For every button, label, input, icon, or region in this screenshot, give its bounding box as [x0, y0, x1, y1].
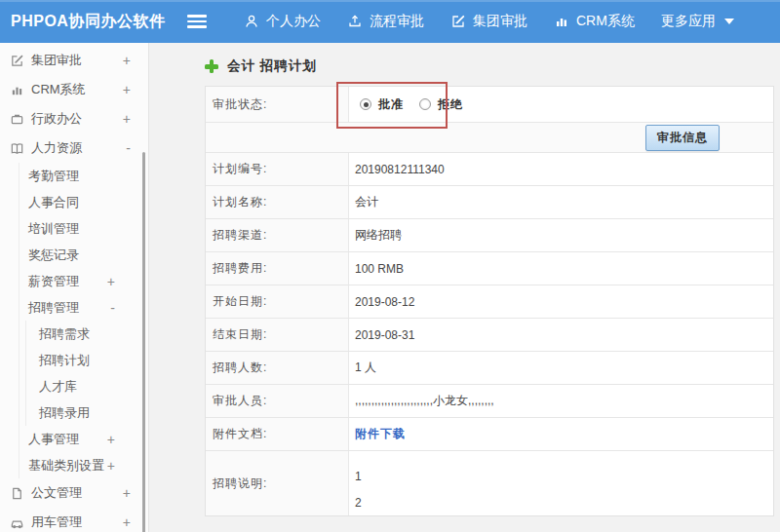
attachment-download-link[interactable]: 附件下载: [355, 426, 406, 442]
sidebar-item-recruit-plan[interactable]: 招聘计划: [26, 347, 148, 373]
field-value: 会计: [349, 186, 773, 218]
sidebar-item-label: 集团审批: [31, 52, 82, 69]
car-icon: [10, 515, 24, 530]
sidebar-item-training[interactable]: 培训管理: [20, 215, 148, 242]
sidebar-item-base-category[interactable]: 基础类别设置 +: [20, 452, 148, 478]
nav-more-apps[interactable]: 更多应用: [661, 13, 734, 30]
nav-group-approval[interactable]: 集团审批: [450, 13, 527, 30]
sidebar-item-attendance[interactable]: 考勤管理: [20, 163, 148, 189]
field-value: ,,,,,,,,,,,,,,,,,,,,,,,,小龙女,,,,,,,,: [349, 385, 773, 417]
radio-approve[interactable]: 批准: [360, 96, 404, 113]
plus-icon: [205, 59, 218, 73]
end-date-row: 结束日期: 2019-08-31: [206, 319, 773, 352]
process-upload-icon: [347, 14, 363, 29]
expander-plus-icon[interactable]: +: [123, 82, 131, 97]
sidebar-item-document-mgmt[interactable]: 公文管理 +: [0, 478, 148, 508]
document-icon: [10, 486, 24, 501]
bar-chart-icon: [554, 14, 569, 29]
edit-square-icon: [450, 14, 466, 29]
page-header: 会计 招聘计划: [205, 54, 774, 79]
sidebar-item-label: 奖惩记录: [28, 247, 79, 264]
sidebar-item-admin-office[interactable]: 行政办公 +: [0, 104, 148, 133]
expander-plus-icon[interactable]: +: [107, 432, 115, 447]
sidebar-item-salary[interactable]: 薪资管理 +: [20, 268, 148, 294]
description-line: 2: [355, 496, 362, 510]
recruitment-submenu: 招聘需求 招聘计划 人才库 招聘录用: [25, 321, 148, 426]
expander-plus-icon[interactable]: +: [123, 514, 131, 530]
sidebar-item-label: 人事合同: [28, 194, 79, 211]
start-date-row: 开始日期: 2019-08-12: [206, 285, 773, 319]
sidebar-item-label: 人力资源: [31, 139, 82, 157]
recruit-channel-row: 招聘渠道: 网络招聘: [206, 219, 773, 252]
expander-plus-icon[interactable]: +: [107, 458, 115, 474]
sidebar-item-label: 招聘管理: [28, 299, 79, 317]
expander-plus-icon[interactable]: +: [107, 274, 115, 289]
sidebar-item-label: 招聘需求: [39, 325, 90, 343]
sidebar-item-personnel[interactable]: 人事管理 +: [20, 426, 148, 452]
sidebar-item-label: 行政办公: [31, 110, 82, 128]
field-label: 计划编号:: [206, 153, 349, 185]
nav-process-approval[interactable]: 流程审批: [347, 13, 424, 30]
sidebar-item-group-approval[interactable]: 集团审批 +: [0, 46, 148, 75]
sidebar-item-rewards[interactable]: 奖惩记录: [20, 242, 148, 268]
sidebar-item-label: 考勤管理: [28, 168, 79, 185]
sidebar-item-label: 用车管理: [31, 513, 82, 531]
person-icon: [244, 14, 259, 29]
field-value: 100 RMB: [349, 252, 773, 285]
field-value: 1 人: [349, 352, 773, 384]
sidebar-item-crm[interactable]: CRM系统 +: [0, 75, 148, 104]
expander-minus-icon[interactable]: -: [110, 300, 115, 316]
radio-reject[interactable]: 拒绝: [419, 96, 463, 113]
field-label: 招聘人数:: [206, 352, 349, 384]
field-value: 网络招聘: [349, 219, 773, 251]
approvers-row: 审批人员: ,,,,,,,,,,,,,,,,,,,,,,,,小龙女,,,,,,,…: [206, 385, 773, 418]
nav-label: 集团审批: [473, 13, 527, 30]
topbar: PHPOA协同办公软件 个人办公 流程审批 集团审批: [0, 0, 780, 43]
caret-down-icon: [724, 19, 734, 24]
sidebar-item-vehicle-mgmt[interactable]: 用车管理 +: [0, 508, 148, 532]
plan-number-row: 计划编号: 20190812111340: [206, 153, 773, 186]
radio-checked-icon[interactable]: [360, 98, 371, 110]
nav-label: 个人办公: [266, 13, 321, 30]
page-title: 会计 招聘计划: [227, 57, 317, 75]
nav-label: 更多应用: [661, 13, 716, 30]
hamburger-menu-icon[interactable]: [187, 15, 207, 28]
expander-plus-icon[interactable]: +: [123, 111, 131, 127]
briefcase-icon: [10, 112, 24, 127]
field-value: 20190812111340: [349, 153, 773, 185]
approval-status-row: 审批状态: 批准 拒绝: [206, 87, 773, 123]
plan-name-row: 计划名称: 会计: [206, 186, 773, 219]
sidebar-item-hr-contract[interactable]: 人事合同: [20, 189, 148, 215]
sidebar-item-label: 招聘录用: [39, 404, 90, 422]
approval-info-button[interactable]: 审批信息: [645, 125, 720, 151]
nav-crm[interactable]: CRM系统: [554, 13, 635, 30]
field-label: 附件文档:: [206, 418, 349, 450]
sidebar-scrollbar[interactable]: [142, 152, 145, 532]
sidebar-item-recruit-demand[interactable]: 招聘需求: [26, 321, 148, 347]
sidebar-item-label: 薪资管理: [28, 273, 79, 290]
app-logo: PHPOA协同办公软件: [0, 12, 187, 32]
sidebar-item-label: 人才库: [39, 378, 77, 396]
field-label: 计划名称:: [206, 186, 349, 218]
field-label: 招聘渠道:: [206, 219, 349, 251]
radio-unchecked-icon[interactable]: [419, 98, 431, 110]
approval-radio-group: 批准 拒绝: [355, 96, 463, 113]
field-value: 2019-08-31: [349, 319, 773, 351]
expander-minus-icon[interactable]: -: [126, 140, 131, 156]
sidebar-item-label: 基础类别设置: [28, 457, 104, 475]
sidebar-item-label: 招聘计划: [39, 352, 90, 369]
nav-label: 流程审批: [370, 13, 424, 30]
approval-button-row: 审批信息: [206, 123, 773, 153]
nav-personal-office[interactable]: 个人办公: [244, 13, 321, 30]
recruit-cost-row: 招聘费用: 100 RMB: [206, 252, 773, 285]
expander-plus-icon[interactable]: +: [123, 53, 131, 68]
sidebar-item-hr[interactable]: 人力资源 -: [0, 133, 148, 163]
expander-plus-icon[interactable]: +: [123, 485, 131, 501]
sidebar-item-recruitment[interactable]: 招聘管理 -: [20, 294, 148, 321]
field-label: 开始日期:: [206, 285, 349, 318]
nav-label: CRM系统: [576, 13, 635, 30]
sidebar-item-recruit-hire[interactable]: 招聘录用: [26, 399, 148, 426]
sidebar-item-talent-pool[interactable]: 人才库: [26, 373, 148, 399]
hr-submenu: 考勤管理 人事合同 培训管理 奖惩记录 薪资管理 + 招聘管理 - 招聘需求: [19, 163, 148, 478]
edit-square-icon: [10, 54, 24, 68]
